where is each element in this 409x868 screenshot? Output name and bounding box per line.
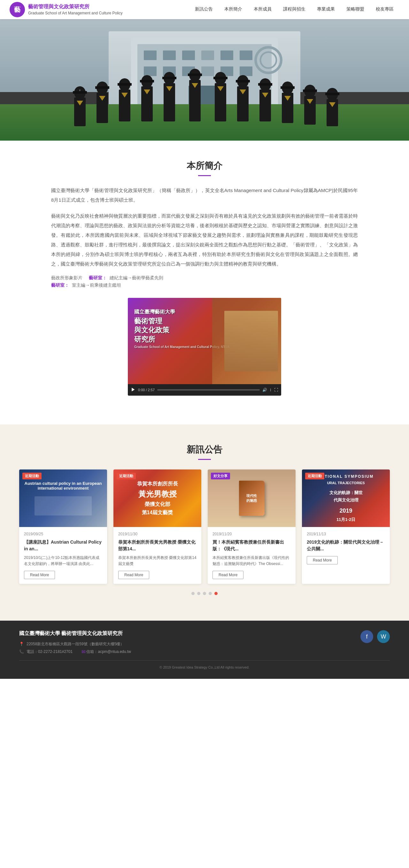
news-date-1: 2019/09/25: [24, 532, 102, 536]
news-grid: Austrian cultural policy in an European …: [19, 469, 390, 584]
nav-item-about[interactable]: 本所簡介: [219, 0, 248, 19]
play-button[interactable]: ▶: [131, 387, 135, 393]
video-player: 國立臺灣藝術大學 藝術管理 與文化政策 研究所 Graduate School …: [128, 298, 281, 396]
news-card-1-image: Austrian cultural policy in an European …: [19, 469, 107, 527]
fullscreen-button[interactable]: ⛶: [274, 388, 278, 392]
svg-rect-53: [325, 93, 339, 95]
nav-links: 新訊公告 本所簡介 本所成員 課程與招生 專業成果 策略聯盟 校友專區: [189, 0, 400, 19]
volume-button[interactable]: 🔊: [262, 388, 267, 392]
svg-rect-7: [240, 51, 252, 60]
news-card-4: NATIONAL SYMPOSIUM URAL TRAJECTORIES 文化的…: [302, 469, 390, 584]
dot-1[interactable]: [191, 592, 195, 595]
hero-banner: [0, 19, 409, 141]
news-badge-4: 近期活動: [305, 473, 324, 479]
svg-rect-26: [118, 83, 132, 86]
nav-item-alumni[interactable]: 校友專區: [370, 0, 400, 19]
svg-rect-38: [214, 77, 227, 79]
news-date-2: 2019/11/30: [118, 532, 196, 536]
news-title-4: 2019文化的軌跡：關世代與文化治理－公共關...: [307, 539, 385, 552]
news-card-4-image: NATIONAL SYMPOSIUM URAL TRAJECTORIES 文化的…: [302, 469, 390, 527]
navbar: 藝 藝術管理與文化政策研究所 Graduate School of Art Ma…: [0, 0, 409, 19]
video-controls: ▶ 0:00 / 2:57 🔊 ⋮ ⛶: [128, 384, 281, 396]
svg-rect-50: [303, 90, 317, 92]
footer-info-block: 國立臺灣藝術大學 藝術管理與文化政策研究所 📍 22058新北市板橋區大觀路一段…: [19, 630, 131, 655]
news-card-3-image: 現代性的魅惑 好文分享: [208, 469, 295, 527]
svg-rect-2: [144, 51, 157, 60]
facebook-button[interactable]: f: [360, 630, 373, 643]
about-advisor: 藝研室： 縫紀主編→藝術學藝柔先則: [89, 275, 163, 281]
read-more-4[interactable]: Read More: [307, 556, 338, 564]
footer-top: 國立臺灣藝術大學 藝術管理與文化政策研究所 📍 22058新北市板橋區大觀路一段…: [19, 630, 390, 655]
about-section: 本所簡介 國立臺灣藝術大學「藝術管理與文化政策研究所」（簡稱「藝政所」），英文全…: [0, 141, 409, 425]
nav-item-courses[interactable]: 課程與招生: [277, 0, 311, 19]
dot-2[interactable]: [197, 592, 200, 595]
nav-logo[interactable]: 藝 藝術管理與文化政策研究所 Graduate School of Art Ma…: [9, 2, 123, 17]
logo-icon: 藝: [9, 2, 25, 17]
footer-social: f W: [360, 630, 390, 643]
footer-email: 信箱：acpm@ntua.edu.tw: [86, 649, 131, 654]
footer-phone-row: 📞 電話：02-2272-2181#2701 ✉ 信箱：acpm@ntua.ed…: [19, 648, 131, 655]
wordpress-button[interactable]: W: [377, 630, 390, 643]
read-more-2[interactable]: Read More: [118, 571, 149, 579]
news-card-2-image: 恭賀本所創所所長黃光男教授榮獲文化部第14屆文藝獎 近期活動: [114, 469, 201, 527]
svg-rect-4: [182, 51, 195, 60]
about-title: 本所簡介: [51, 160, 358, 176]
svg-rect-29: [140, 80, 154, 83]
news-title: 新訊公告: [19, 443, 390, 460]
news-excerpt-3: 本所紹賓客教授兼任所長新書出版《現代性的魅惑：追溯魅與現的時代》The Obse…: [213, 555, 291, 567]
footer-phone: 電話：02-2272-2181#2701: [27, 648, 72, 655]
news-date-3: 2019/11/20: [213, 532, 291, 536]
about-office-label: 藝研室： 室主編→前乘後縫主鑑坦: [51, 282, 121, 288]
svg-rect-35: [188, 73, 202, 76]
phone-icon: 📞: [19, 648, 24, 655]
address-icon: 📍: [19, 640, 24, 648]
about-video-label: 藝政所形象影片: [51, 275, 83, 281]
logo-text: 藝術管理與文化政策研究所 Graduate School of Art Mana…: [28, 3, 123, 16]
svg-rect-47: [281, 86, 294, 89]
about-para-2: 藝術與文化乃反映社會精神與物質層次的重要指標，而當代藝文發展之深刻與否有賴於具有…: [51, 211, 358, 269]
about-links: 藝政所形象影片 藝研室： 縫紀主編→藝術學藝柔先則: [51, 275, 358, 281]
news-title-1: 【講座訊息】Austrian Cultural Policy in an...: [24, 539, 102, 552]
footer-address-row: 📍 22058新北市板橋區大觀路一段59號（數藝研究大樓5樓）: [19, 640, 131, 648]
more-button[interactable]: ⋮: [270, 388, 272, 392]
progress-bar[interactable]: [157, 389, 260, 391]
footer-copyright: © 2019 Greatest Idea Strategy Co.,Ltd Al…: [19, 660, 390, 669]
video-thumbnail[interactable]: 國立臺灣藝術大學 藝術管理 與文化政策 研究所 Graduate School …: [128, 298, 281, 384]
dot-3[interactable]: [203, 592, 206, 595]
email-icon: ✉: [82, 649, 85, 654]
svg-rect-3: [163, 51, 176, 60]
news-card-3: 現代性的魅惑 好文分享 2019/11/20 買！本所紹賓客教授兼任所長新書出版…: [208, 469, 295, 584]
news-badge-1: 近期活動: [22, 473, 41, 479]
news-excerpt-2: 恭賀本所創所所長黃光男教授 榮獲文化部第14屆文藝獎: [118, 555, 196, 567]
news-card-2-body: 2019/11/30 恭賀本所創所所長黃光男教授 榮獲文化部第14... 恭賀本…: [114, 527, 201, 584]
footer-address: 22058新北市板橋區大觀路一段59號（數藝研究大樓5樓）: [27, 640, 124, 648]
svg-rect-32: [162, 77, 177, 79]
svg-rect-5: [201, 51, 214, 60]
news-badge-3: 好文分享: [211, 473, 230, 479]
hero-graduates: [61, 61, 348, 131]
dot-5[interactable]: [214, 592, 218, 595]
read-more-1[interactable]: Read More: [24, 571, 55, 579]
nav-item-members[interactable]: 本所成員: [248, 0, 277, 19]
news-badge-2: 近期活動: [117, 473, 136, 479]
carousel-dots: [19, 592, 390, 595]
news-date-4: 2019/11/13: [307, 532, 385, 536]
nav-item-alliance[interactable]: 策略聯盟: [341, 0, 370, 19]
news-section: 新訊公告 Austrian cultural policy in an Euro…: [0, 425, 409, 621]
news-card-4-body: 2019/11/13 2019文化的軌跡：關世代與文化治理－公共關... Rea…: [302, 527, 390, 569]
about-para-1: 國立臺灣藝術大學「藝術管理與文化政策研究所」（簡稱「藝政所」），英文全名Arts…: [51, 186, 358, 205]
dot-4[interactable]: [209, 592, 212, 595]
time-display: 0:00 / 2:57: [138, 388, 155, 392]
news-card-1-body: 2019/09/25 【講座訊息】Austrian Cultural Polic…: [19, 527, 107, 584]
nav-item-news[interactable]: 新訊公告: [189, 0, 219, 19]
svg-rect-23: [95, 86, 109, 89]
news-card-2: 恭賀本所創所所長黃光男教授榮獲文化部第14屆文藝獎 近期活動 2019/11/3…: [114, 469, 201, 584]
about-office: 藝研室： 室主編→前乘後縫主鑑坦: [51, 282, 358, 288]
footer: 國立臺灣藝術大學 藝術管理與文化政策研究所 📍 22058新北市板橋區大觀路一段…: [0, 621, 409, 679]
footer-info: 📍 22058新北市板橋區大觀路一段59號（數藝研究大樓5樓） 📞 電話：02-…: [19, 640, 131, 655]
svg-rect-6: [220, 51, 233, 60]
nav-item-achievements[interactable]: 專業成果: [311, 0, 341, 19]
svg-rect-44: [258, 83, 272, 86]
read-more-3[interactable]: Read More: [213, 571, 244, 579]
news-card-1: Austrian cultural policy in an European …: [19, 469, 107, 584]
